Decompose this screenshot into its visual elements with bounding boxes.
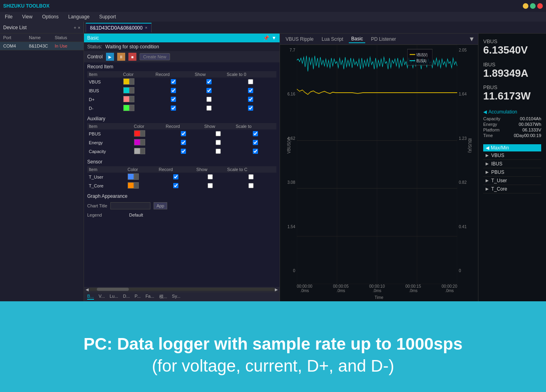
- record-vbus-checkbox[interactable]: [171, 79, 176, 84]
- show-vbus-checkbox[interactable]: [206, 79, 212, 84]
- play-button[interactable]: ▶: [106, 53, 114, 61]
- table-row: D-: [87, 104, 276, 113]
- maxmin-vbus[interactable]: ▶ VBUS: [483, 151, 541, 160]
- create-new-button[interactable]: Create New: [140, 53, 170, 60]
- sen-col-show: Show: [195, 166, 226, 173]
- panel-scroll[interactable]: Record Item Item Color Record Show Scale…: [84, 62, 280, 287]
- scale-vbus-checkbox[interactable]: [248, 79, 253, 84]
- window-controls[interactable]: [523, 3, 543, 9]
- menu-support[interactable]: Support: [98, 13, 118, 20]
- show-dminus-checkbox[interactable]: [206, 105, 212, 111]
- table-row: Energy: [87, 138, 276, 147]
- col-show: Show: [193, 71, 225, 78]
- maxmin-vbus-label: VBUS: [491, 153, 504, 158]
- menu-language[interactable]: Language: [67, 13, 91, 20]
- bottom-tab-sy[interactable]: Sy...: [172, 294, 180, 300]
- accumulation-arrow[interactable]: ◀: [483, 109, 487, 115]
- bottom-tab-mo[interactable]: 模...: [159, 294, 167, 300]
- record-tcore-checkbox[interactable]: [173, 183, 178, 188]
- device-row[interactable]: COM4 8&1D43C In Use: [0, 42, 84, 50]
- show-energy-checkbox[interactable]: [216, 140, 221, 145]
- device-status: In Use: [55, 44, 80, 48]
- table-row: T_Core: [87, 181, 276, 190]
- record-energy-checkbox[interactable]: [181, 140, 186, 145]
- apply-button[interactable]: App: [154, 202, 167, 209]
- device-close-icon[interactable]: ×: [78, 25, 80, 30]
- record-dplus-checkbox[interactable]: [171, 97, 176, 102]
- scale-tuser-checkbox[interactable]: [248, 174, 254, 179]
- y-right-0.82: 0.82: [459, 180, 478, 185]
- record-capacity-checkbox[interactable]: [181, 149, 186, 154]
- close-button[interactable]: [537, 3, 543, 9]
- show-ibus-checkbox[interactable]: [206, 88, 212, 93]
- chart-tab-basic[interactable]: Basic: [349, 35, 365, 43]
- chart-tab-arrow[interactable]: ▼: [468, 36, 475, 43]
- show-tuser-checkbox[interactable]: [208, 174, 213, 179]
- stop-button[interactable]: ■: [128, 53, 136, 61]
- aux-col-item: Item: [87, 123, 132, 129]
- chart-title-input[interactable]: [110, 202, 150, 209]
- menu-options[interactable]: Options: [40, 13, 60, 20]
- chart-tab-lua-script[interactable]: Lua Script: [319, 36, 346, 43]
- menu-file[interactable]: File: [3, 13, 14, 20]
- record-pbus-checkbox[interactable]: [181, 131, 186, 136]
- maxmin-pbus[interactable]: ▶ PBUS: [483, 168, 541, 177]
- horizontal-scrollbar[interactable]: ◀ ▶: [84, 287, 280, 292]
- acc-energy-val: 00.0637Wh: [519, 122, 541, 127]
- y-axis-left: VBUS(V) 7.7 6.16 4.62 3.08 1.54 0: [280, 45, 297, 284]
- show-pbus-checkbox[interactable]: [216, 131, 221, 136]
- record-ibus-checkbox[interactable]: [171, 88, 176, 93]
- pause-button[interactable]: ⏸: [117, 53, 125, 61]
- minimize-button[interactable]: [523, 3, 528, 9]
- scale-pbus-checkbox[interactable]: [253, 131, 258, 136]
- scale-energy-checkbox[interactable]: [253, 140, 258, 145]
- scale-ibus-checkbox[interactable]: [248, 88, 253, 93]
- scale-tcore-checkbox[interactable]: [248, 183, 254, 188]
- bottom-tab-lu[interactable]: Lu...: [110, 294, 118, 300]
- scroll-left-arrow[interactable]: ◀: [86, 287, 89, 292]
- basic-expand-icon[interactable]: ▼: [272, 35, 276, 41]
- maxmin-tuser-label: T_User: [491, 178, 507, 183]
- control-bar: Control ▶ ⏸ ■ Create New: [84, 51, 280, 62]
- scroll-right-arrow[interactable]: ▶: [275, 287, 278, 292]
- record-dminus-checkbox[interactable]: [171, 105, 176, 111]
- device-port: COM4: [3, 44, 29, 48]
- scale-dminus-checkbox[interactable]: [248, 105, 253, 111]
- sensor-section: Sensor Item Color Record Show Scale to C: [84, 157, 280, 192]
- item-capacity: Capacity: [87, 147, 132, 156]
- scale-capacity-checkbox[interactable]: [253, 149, 258, 154]
- chart-tab-pd-listener[interactable]: PD Listener: [368, 36, 398, 43]
- bottom-tab-b[interactable]: B...: [87, 294, 94, 300]
- basic-pin-icon[interactable]: 📌: [263, 35, 269, 41]
- scroll-track[interactable]: [89, 288, 275, 291]
- vbus-label: VBUS: [483, 38, 541, 44]
- sen-col-color: Color: [126, 166, 157, 173]
- active-tab[interactable]: 8&1D43CD0A&08&0000 ×: [86, 23, 152, 32]
- maxmin-tcore[interactable]: ▶ T_Core: [483, 185, 541, 193]
- acc-time-val: 0Day00:00:19: [514, 133, 542, 138]
- tab-close-icon[interactable]: ×: [145, 26, 147, 30]
- bottom-tab-fa[interactable]: Fa...: [146, 294, 154, 300]
- maxmin-ibus-label: IBUS: [491, 161, 502, 167]
- item-vbus: VBUS: [87, 78, 122, 86]
- maxmin-tuser-arrow: ▶: [486, 178, 489, 183]
- scale-dplus-checkbox[interactable]: [248, 97, 253, 102]
- bottom-tab-v[interactable]: V...: [99, 294, 105, 300]
- restore-button[interactable]: [530, 3, 536, 9]
- bottom-tab-d[interactable]: D...: [123, 294, 130, 300]
- record-tuser-checkbox[interactable]: [173, 174, 178, 179]
- show-dplus-checkbox[interactable]: [206, 97, 212, 102]
- col-port: Port: [3, 35, 29, 40]
- maxmin-ibus[interactable]: ▶ IBUS: [483, 160, 541, 168]
- show-tcore-checkbox[interactable]: [208, 183, 213, 188]
- show-capacity-checkbox[interactable]: [216, 149, 221, 154]
- device-add-icon[interactable]: +: [74, 25, 76, 30]
- bottom-tab-p[interactable]: P...: [135, 294, 141, 300]
- scroll-thumb[interactable]: [97, 288, 129, 291]
- maxmin-tuser[interactable]: ▶ T_User: [483, 177, 541, 185]
- chart-tab-vbus-ripple[interactable]: VBUS Ripple: [283, 36, 316, 43]
- menu-view[interactable]: View: [20, 13, 34, 20]
- record-item-section: Record Item Item Color Record Show Scale…: [84, 62, 280, 114]
- maxmin-arrow[interactable]: ◀: [486, 145, 489, 151]
- pbus-value: 11.6173W: [483, 90, 541, 102]
